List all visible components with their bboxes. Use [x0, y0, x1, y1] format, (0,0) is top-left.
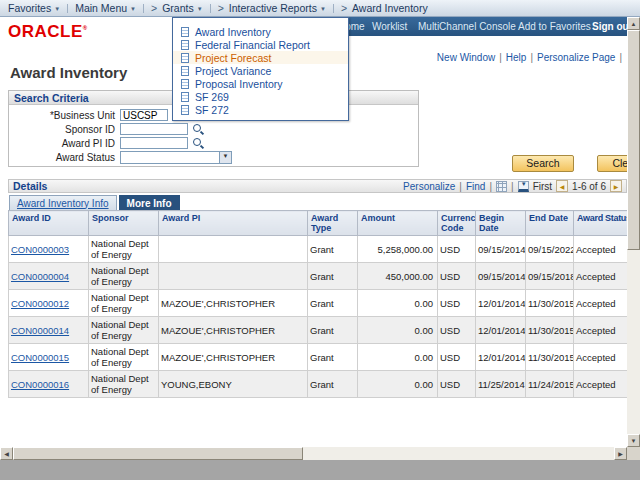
- breadcrumb-award-inventory-label: Award Inventory: [352, 2, 428, 14]
- menu-item-award-inventory[interactable]: Award Inventory: [173, 25, 348, 38]
- column-header-sponsor[interactable]: Sponsor: [89, 211, 159, 236]
- grid-cell: MAZOUE',CHRISTOPHER: [159, 290, 308, 317]
- breadcrumb-interactive-reports[interactable]: > Interactive Reports: [216, 2, 328, 14]
- grid-cell: Grant: [308, 344, 358, 371]
- document-icon: [181, 27, 189, 37]
- award-id-link[interactable]: CON0000016: [11, 379, 69, 390]
- award-id-cell: CON0000014: [9, 317, 89, 344]
- award-status-select[interactable]: [120, 151, 232, 164]
- lookup-icon[interactable]: [192, 123, 205, 136]
- column-header-currency-code[interactable]: Currency Code: [438, 211, 476, 236]
- award-pi-id-input[interactable]: [120, 137, 188, 149]
- table-row: CON0000015National Dept of EnergyMAZOUE'…: [9, 344, 628, 371]
- menubar-favorites[interactable]: Favorites: [6, 2, 62, 14]
- scrollbar-corner: [627, 447, 640, 460]
- award-inventory-grid: Award IDSponsorAward PIAward TypeAmountC…: [8, 210, 628, 398]
- download-icon[interactable]: [518, 181, 529, 192]
- table-row: CON0000014National Dept of EnergyMAZOUE'…: [9, 317, 628, 344]
- separator: [210, 4, 211, 13]
- grid-cell: 11/30/2015: [526, 290, 574, 317]
- sponsor-id-input[interactable]: [120, 123, 188, 135]
- grid-cell: Accepted: [574, 317, 628, 344]
- grid-cell: 12/01/2014: [476, 344, 526, 371]
- column-header-award-id[interactable]: Award ID: [9, 211, 89, 236]
- separator: [619, 52, 622, 63]
- scroll-up-icon[interactable]: [627, 17, 640, 30]
- breadcrumb-award-inventory[interactable]: > Award Inventory: [339, 2, 430, 14]
- lookup-icon[interactable]: [192, 137, 205, 150]
- trademark-symbol: ®: [83, 25, 88, 31]
- grid-cell: 09/15/2014: [476, 236, 526, 263]
- new-window-link[interactable]: New Window: [437, 52, 495, 63]
- view-all-icon[interactable]: [496, 181, 507, 192]
- breadcrumb-grants[interactable]: > Grants: [149, 2, 205, 14]
- first-label[interactable]: First: [533, 181, 552, 192]
- search-button[interactable]: Search: [512, 155, 574, 172]
- table-row: CON0000004National Dept of EnergyGrant45…: [9, 263, 628, 290]
- personalize-page-link[interactable]: Personalize Page: [537, 52, 615, 63]
- add-to-favorites-link[interactable]: Add to Favorites: [518, 21, 591, 32]
- column-header-award-status[interactable]: Award Status: [574, 211, 628, 236]
- menu-item-proposal-inventory[interactable]: Proposal Inventory: [173, 77, 348, 90]
- breadcrumb-grants-label: Grants: [162, 2, 194, 14]
- column-header-begin-date[interactable]: Begin Date: [476, 211, 526, 236]
- horizontal-scrollbar[interactable]: [0, 447, 627, 460]
- find-link[interactable]: Find: [466, 181, 485, 192]
- prev-page-icon[interactable]: [556, 180, 568, 192]
- help-link[interactable]: Help: [506, 52, 527, 63]
- menu-item-project-variance[interactable]: Project Variance: [173, 64, 348, 77]
- menu-item-sf-272[interactable]: SF 272: [173, 103, 348, 116]
- vertical-scrollbar[interactable]: [627, 17, 640, 447]
- scroll-down-icon[interactable]: [627, 434, 640, 447]
- personalize-link[interactable]: Personalize: [403, 181, 455, 192]
- sign-out-link[interactable]: Sign out: [592, 21, 632, 32]
- grid-cell: 450,000.00: [358, 263, 438, 290]
- menu-item-federal-financial-report[interactable]: Federal Financial Report: [173, 38, 348, 51]
- award-id-link[interactable]: CON0000003: [11, 244, 69, 255]
- award-id-link[interactable]: CON0000014: [11, 325, 69, 336]
- horizontal-scrollbar-thumb[interactable]: [13, 447, 303, 460]
- menu-item-sf-269[interactable]: SF 269: [173, 90, 348, 103]
- grid-cell: 11/30/2015: [526, 317, 574, 344]
- grid-cell: Accepted: [574, 371, 628, 398]
- vertical-scrollbar-thumb[interactable]: [627, 30, 640, 250]
- column-header-award-type[interactable]: Award Type: [308, 211, 358, 236]
- column-header-award-pi[interactable]: Award PI: [159, 211, 308, 236]
- table-row: CON0000003National Dept of EnergyGrant5,…: [9, 236, 628, 263]
- grid-cell: USD: [438, 236, 476, 263]
- award-id-cell: CON0000012: [9, 290, 89, 317]
- grid-cell: USD: [438, 317, 476, 344]
- next-page-icon[interactable]: [610, 180, 622, 192]
- document-icon: [181, 53, 189, 63]
- grid-cell: National Dept of Energy: [89, 263, 159, 290]
- grid-cell: National Dept of Energy: [89, 236, 159, 263]
- worklist-link[interactable]: Worklist: [372, 21, 407, 32]
- select-arrow-icon[interactable]: [219, 152, 231, 163]
- tab-award-inventory-info[interactable]: Award Inventory Info: [9, 195, 117, 210]
- award-id-link[interactable]: CON0000004: [11, 271, 69, 282]
- menubar-main-menu[interactable]: Main Menu: [73, 2, 138, 14]
- column-header-end-date[interactable]: End Date: [526, 211, 574, 236]
- scroll-right-icon[interactable]: [614, 447, 627, 460]
- scroll-left-icon[interactable]: [0, 447, 13, 460]
- business-unit-input[interactable]: [120, 109, 168, 121]
- column-header-amount[interactable]: Amount: [358, 211, 438, 236]
- menu-item-project-forecast[interactable]: Project Forecast: [173, 51, 348, 64]
- multichannel-console-link[interactable]: MultiChannel Console: [418, 21, 516, 32]
- grid-header-row: Award IDSponsorAward PIAward TypeAmountC…: [9, 211, 628, 236]
- grid-cell: 09/15/2014: [476, 263, 526, 290]
- document-icon: [181, 66, 189, 76]
- grid-cell: National Dept of Energy: [89, 317, 159, 344]
- grid-cell: 0.00: [358, 344, 438, 371]
- sponsor-id-label: Sponsor ID: [9, 124, 115, 135]
- grid-cell: Grant: [308, 290, 358, 317]
- tab-more-info[interactable]: More Info: [119, 195, 180, 210]
- breadcrumb-bar: Favorites Main Menu > Grants > Interacti…: [0, 0, 640, 17]
- grid-cell: 11/25/2014: [476, 371, 526, 398]
- separator: [511, 181, 514, 192]
- award-id-link[interactable]: CON0000012: [11, 298, 69, 309]
- grid-cell: USD: [438, 344, 476, 371]
- award-id-link[interactable]: CON0000015: [11, 352, 69, 363]
- document-icon: [181, 79, 189, 89]
- award-id-cell: CON0000004: [9, 263, 89, 290]
